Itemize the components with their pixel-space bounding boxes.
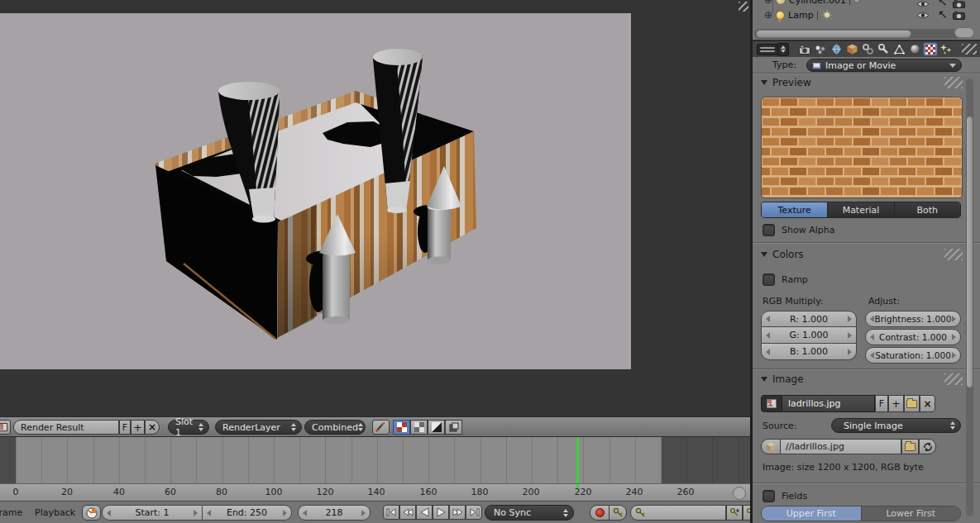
ramp-checkbox[interactable]: [762, 273, 775, 286]
decrement-arrow-icon[interactable]: [766, 316, 770, 322]
unlink-image-button[interactable]: ×: [920, 395, 935, 412]
image-panel-header[interactable]: Image: [761, 373, 804, 385]
increment-arrow-icon[interactable]: [848, 349, 852, 355]
cursor-icon[interactable]: ↖: [938, 7, 948, 21]
current-frame-playhead[interactable]: [576, 437, 579, 484]
expand-icon[interactable]: ⊕: [764, 10, 772, 20]
eye-icon[interactable]: [916, 0, 930, 8]
increment-arrow-icon[interactable]: [952, 352, 956, 359]
saturation-slider[interactable]: Saturation: 1.000: [865, 347, 961, 364]
renderlayer-dropdown[interactable]: RenderLayer: [215, 420, 302, 435]
tab-object-data[interactable]: [892, 42, 906, 56]
reload-image-button[interactable]: [919, 439, 936, 454]
open-image-button[interactable]: [904, 395, 920, 412]
outliner-vscroll-cap[interactable]: [954, 27, 974, 38]
tab-constraints[interactable]: [860, 42, 875, 56]
render-result-viewport[interactable]: [0, 13, 631, 369]
jump-to-end-button[interactable]: [466, 505, 482, 520]
preview-texture-button[interactable]: Texture: [762, 202, 828, 217]
increment-arrow-icon[interactable]: [283, 510, 287, 516]
editor-type-button[interactable]: [0, 420, 11, 435]
source-dropdown[interactable]: Single Image: [831, 418, 961, 433]
new-image-button[interactable]: +: [131, 420, 145, 435]
r-multiply-slider[interactable]: R: 1.000: [761, 311, 857, 327]
decrement-arrow-icon[interactable]: [303, 510, 307, 516]
menu-frame[interactable]: Frame: [0, 507, 22, 518]
keying-mode-button[interactable]: [610, 505, 627, 521]
lower-first-button[interactable]: Lower First: [862, 506, 961, 521]
decrement-arrow-icon[interactable]: [766, 349, 770, 355]
tab-world[interactable]: [829, 42, 844, 56]
camera-icon[interactable]: [953, 11, 965, 20]
unlink-image-button[interactable]: ×: [145, 420, 160, 435]
image-fake-user-button[interactable]: F: [875, 395, 888, 412]
channel-rgb-button[interactable]: [410, 420, 428, 435]
time-button[interactable]: [82, 505, 101, 521]
timeline-track[interactable]: [0, 436, 750, 484]
upper-first-button[interactable]: Upper First: [762, 506, 862, 521]
editor-type-selector[interactable]: [757, 44, 778, 55]
decrement-arrow-icon[interactable]: [207, 510, 211, 516]
outliner-row-lamp[interactable]: ⊕ Lamp: [764, 7, 833, 22]
menu-playback[interactable]: Playback: [35, 507, 75, 518]
preview-material-button[interactable]: Material: [828, 202, 894, 217]
show-alpha-checkbox[interactable]: [762, 224, 775, 236]
decrement-arrow-icon[interactable]: [870, 352, 874, 359]
eye-icon[interactable]: [916, 11, 930, 20]
image-paint-toggle[interactable]: [372, 420, 390, 435]
pack-image-button[interactable]: [761, 439, 781, 454]
filepath-field[interactable]: //ladrillos.jpg: [781, 439, 901, 454]
fake-user-button[interactable]: F: [119, 420, 131, 435]
channel-alpha-button[interactable]: [428, 420, 445, 435]
decrement-arrow-icon[interactable]: [870, 334, 874, 340]
channel-rgba-button[interactable]: [393, 420, 410, 435]
editor-type-chevrons[interactable]: [778, 43, 789, 56]
tab-scene[interactable]: [813, 42, 828, 56]
end-frame-field[interactable]: End: 250: [203, 505, 292, 521]
browse-file-button[interactable]: [901, 439, 919, 454]
type-dropdown[interactable]: Image or Movie: [806, 59, 962, 72]
increment-arrow-icon[interactable]: [848, 316, 852, 322]
panel-drag-handle[interactable]: [944, 373, 963, 385]
keying-set-field[interactable]: [630, 505, 726, 521]
decrement-arrow-icon[interactable]: [107, 510, 111, 516]
ruler-scrollbar-cap[interactable]: [733, 487, 746, 500]
header-corner-handle[interactable]: [962, 44, 977, 55]
brightness-slider[interactable]: Brightness: 1.000: [865, 311, 961, 327]
slot-dropdown[interactable]: Slot 1: [168, 420, 209, 435]
start-frame-field[interactable]: Start: 1: [102, 505, 203, 521]
auto-keyframe-button[interactable]: [590, 505, 610, 521]
play-button[interactable]: [433, 505, 449, 520]
outliner-hscroll-thumb[interactable]: [756, 30, 911, 38]
tab-particles[interactable]: [939, 42, 954, 56]
decrement-arrow-icon[interactable]: [766, 332, 770, 339]
increment-arrow-icon[interactable]: [952, 316, 956, 322]
colors-panel-header[interactable]: Colors: [761, 249, 804, 260]
sync-dropdown[interactable]: No Sync: [485, 505, 574, 521]
panel-drag-handle[interactable]: [944, 249, 963, 260]
tab-modifiers[interactable]: [876, 42, 891, 56]
increment-arrow-icon[interactable]: [952, 334, 956, 340]
channel-zdepth-button[interactable]: [445, 420, 462, 435]
outliner-row-cylinder[interactable]: ⊕ Cylinder.001: [764, 0, 860, 7]
tab-object[interactable]: [844, 42, 859, 56]
image-name-field[interactable]: ladrillos.jpg: [782, 395, 875, 412]
decrement-arrow-icon[interactable]: [870, 316, 874, 322]
panel-drag-handle[interactable]: [944, 77, 963, 88]
camera-icon[interactable]: [953, 0, 965, 8]
tab-material[interactable]: [907, 42, 922, 56]
jump-to-start-button[interactable]: [383, 505, 399, 520]
expand-icon[interactable]: ⊕: [764, 0, 772, 5]
jump-next-keyframe-button[interactable]: [449, 505, 466, 520]
renderpass-dropdown[interactable]: Combined: [304, 420, 366, 435]
new-image-button[interactable]: +: [888, 395, 904, 412]
contrast-slider[interactable]: Contrast: 1.000: [865, 329, 961, 345]
properties-vscroll-thumb[interactable]: [966, 116, 973, 388]
timeline-ruler[interactable]: 0 20 40 60 80 100 120 140 160 180 200 22…: [0, 483, 750, 502]
b-multiply-slider[interactable]: B: 1.000: [761, 344, 857, 360]
preview-both-button[interactable]: Both: [895, 202, 960, 217]
increment-arrow-icon[interactable]: [848, 332, 852, 339]
tab-render[interactable]: [797, 42, 812, 56]
image-datablock-icon-button[interactable]: [761, 395, 782, 412]
increment-arrow-icon[interactable]: [361, 510, 366, 516]
